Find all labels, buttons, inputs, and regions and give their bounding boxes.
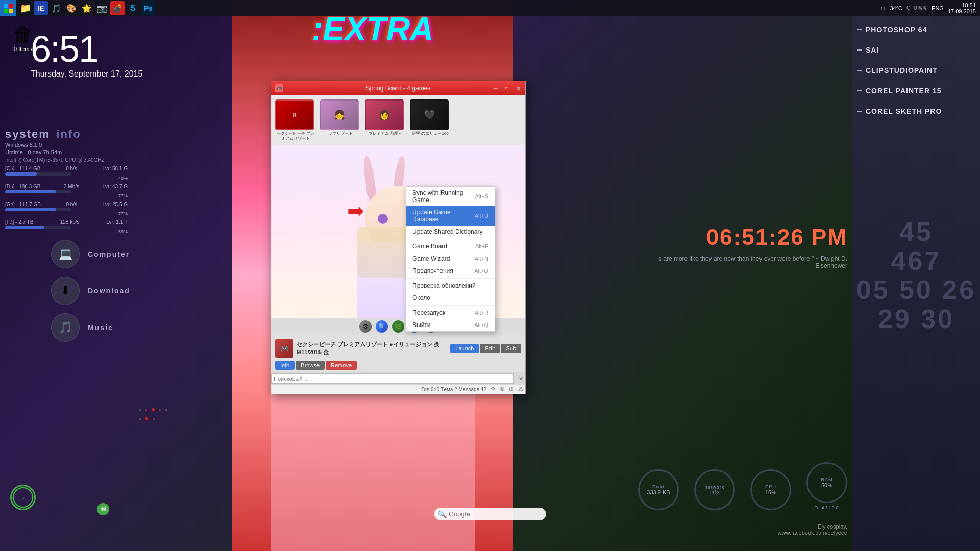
taskbar-icon-app6[interactable]: 📷 [95,1,109,15]
game-thumb-2[interactable]: 👧 ラブリゾート [320,99,361,141]
svg-rect-1 [9,4,13,8]
shortcut-sai[interactable]: SAI [857,46,975,54]
google-search-input[interactable] [434,508,546,520]
taskbar-network: ↑↓ [880,5,886,11]
meter-network-label: networkinfo [705,485,725,495]
shortcut-corel-sketch[interactable]: COREL SKETH PRO [857,107,975,115]
edit-button[interactable]: Edit [480,344,500,353]
browse-button[interactable]: Browse [296,361,325,370]
search-input[interactable] [271,373,514,384]
clipstudio-label: CLIPSTUDIOPAINT [866,66,938,74]
window-title: Spring Board - 4 games [366,85,431,92]
game-info-text: セクシービーチ プレミアムリゾート ●イリュージョン 换 9/11/2015 金 [297,341,447,356]
taskbar-clock: 18:51 17.09.2015 [948,2,976,14]
taskbar-icon-app5[interactable]: 🌟 [80,1,94,15]
drive-g-speed: 0 b/s [66,202,77,207]
ctx-update-db[interactable]: Update Game Database Alt+U [406,206,495,226]
drive-d-label: [D:\] - 186.3 GB [5,184,40,189]
taskbar-icon-itunes[interactable]: 🎵 [49,1,63,15]
game-thumb-4[interactable]: 🖤 絵里 のエリュー100 [410,99,451,141]
status-icon-search[interactable]: 🔍 [376,320,388,333]
minimize-button[interactable]: ─ [491,84,501,93]
ctx-restart-label: Перезапуск [412,309,445,316]
meter-network: networkinfo [694,469,735,510]
drive-d-lvr: Lvr: 43.7 G [103,184,128,189]
corel-painter-label: COREL PAINTER 15 [866,87,942,95]
context-menu: Sync with Running Game Alt+S Update Game… [406,186,495,332]
close-button[interactable]: ✕ [513,84,523,93]
photoshop-dot [857,29,862,30]
maximize-button[interactable]: □ [502,84,512,93]
status-icon-leaf[interactable]: 🌿 [392,320,404,333]
window-icon: 🎮 [275,84,283,92]
shortcut-photoshop[interactable]: PHOTOSHOP 64 [857,26,975,34]
ctx-game-wizard[interactable]: Game Wizard Alt+N [406,253,495,265]
current-game-thumb: 🎮 [275,339,293,358]
nav-music-icon[interactable]: 🎵 [51,313,80,342]
photoshop-label: PHOTOSHOP 64 [866,26,927,34]
nav-download-icon[interactable]: ⬇ [51,277,80,305]
taskbar-icon-skype[interactable]: S [126,1,140,15]
ctx-exit[interactable]: Выйти Alt+Q [406,319,495,331]
drive-f-speed: 128 kb/s [60,219,80,225]
nav-music-row: 🎵 Music [51,313,130,342]
taskbar-icon-app7[interactable]: 💣 [110,1,125,15]
ctx-game-board[interactable]: Game Board Alt+F [406,240,495,253]
sai-dot [857,49,862,51]
taskbar-icon-photoshop[interactable]: Ps [141,1,155,15]
drive-c-lvr: Lvr: 58.1 G [103,166,128,171]
start-button[interactable] [0,0,16,16]
ctx-sync[interactable]: Sync with Running Game Alt+S [406,187,495,206]
launch-button[interactable]: Launch [450,344,479,353]
game-thumb-1[interactable]: R セクシービーチ プレミアムリゾート [275,99,316,141]
arrow-indicator: ➡ [347,199,364,222]
ctx-about[interactable]: Около [406,292,495,304]
meter-ram-total: Total 11.9 G [815,505,840,510]
meter-cpu-label: CPU [765,484,776,489]
desktop: :EXTRA 4546705 50 2629 30 📁 IE 🎵 🎨 🌟 📷 💣… [0,0,980,551]
status-row: Гол 0×0 Тема 2 Message 42 全 変 換 乙 [271,385,525,394]
game1-img: R [275,99,314,130]
drive-c-speed: 0 b/s [66,166,77,171]
svg-rect-2 [4,9,8,13]
window-bottom: 🎮 セクシービーチ プレミアムリゾート ●イリュージョン 换 9/11/2015… [271,335,525,372]
ctx-restart[interactable]: Перезапуск Alt+R [406,307,495,319]
sub-button[interactable]: Sub [501,344,521,353]
window-controls: ─ □ ✕ [491,84,523,93]
sai-label: SAI [866,46,879,54]
taskbar-icon-app2[interactable]: IE [34,1,48,15]
ctx-check-updates[interactable]: Проверка обновлений [406,280,495,292]
remove-button[interactable]: Remove [326,361,357,370]
drive-d-pct: 77% [5,193,128,198]
deco-numbers: 4546705 50 2629 30 [856,217,976,334]
taskbar-icon-app4[interactable]: 🎨 [64,1,79,15]
dot6 [139,418,141,420]
nav-computer-icon[interactable]: 💻 [51,240,80,268]
ctx-game-wizard-shortcut: Alt+N [475,256,488,262]
trash-icon: 🗑 [13,23,33,46]
nav-music-label: Music [88,323,113,332]
shortcut-clipstudio[interactable]: CLIPSTUDIOPAINT [857,66,975,74]
drive-g: [G:\] - 111.7 GB 0 b/s Lvr: 25.5 G 77% [5,202,128,216]
google-search-icon: 🔍 [438,510,447,518]
drive-d: [D:\] - 186.3 GB 3 Mb/s Lvr: 43.7 G 77% [5,184,128,198]
google-search-widget: 🔍 [434,508,546,520]
taskbar-icon-file-explorer[interactable]: 📁 [18,1,33,15]
meter-ram-label: RAM [821,477,833,482]
ctx-exit-label: Выйти [412,321,431,329]
status-icon-settings[interactable]: ⚙ [359,320,372,333]
game-thumb-3[interactable]: 👩 プレミアム 恋愛～ [365,99,406,141]
action-buttons-row2: Info Browse Remove [275,361,521,370]
app-shortcuts-panel: PHOTOSHOP 64 SAI CLIPSTUDIOPAINT COREL P… [852,20,980,133]
search-close-button[interactable]: ✕ [516,374,525,383]
sysinfo-cpu: Intel(R) Core(TM) i5-3570 CPU @ 3.40GHz [5,157,128,163]
clock-right: 06:51:26 PM [706,224,847,250]
ctx-game-wizard-label: Game Wizard [412,255,450,262]
info-button[interactable]: Info [275,361,295,370]
ctx-preferences[interactable]: Предпочтения Alt+O [406,265,495,277]
clock-widget: 6:51 Thursday, September 17, 2015 [31,31,142,79]
ctx-update-dict[interactable]: Update Shared Dictionary [406,226,495,238]
cosplay-credit: Ely cosplay. www.facebook.com/eelyeee [778,523,847,536]
drive-c: [C:\] - 111.4 GB 0 b/s Lvr: 58.1 G 48% [5,166,128,181]
shortcut-corel-painter[interactable]: COREL PAINTER 15 [857,87,975,95]
